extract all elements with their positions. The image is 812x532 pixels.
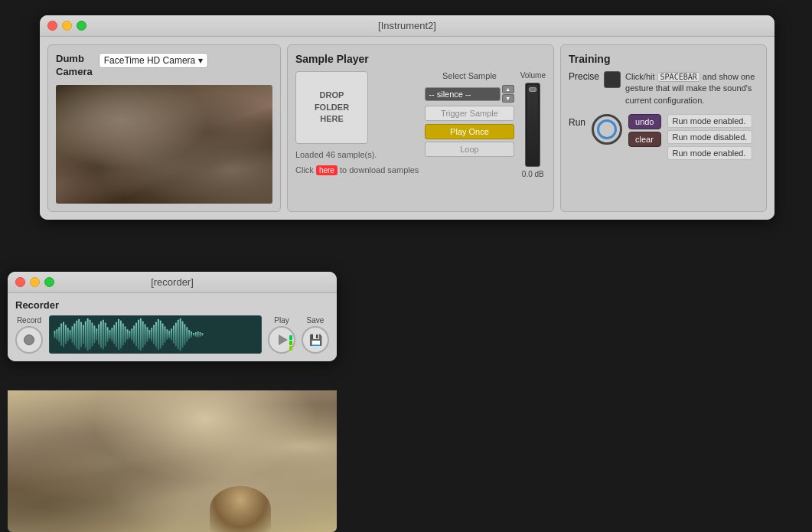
svg-rect-25 (109, 330, 111, 339)
svg-rect-21 (100, 321, 102, 348)
main-window: [Instrument2] DumbCamera FaceTime HD Cam… (40, 15, 774, 220)
svg-rect-22 (103, 320, 104, 349)
svg-rect-20 (98, 325, 99, 345)
svg-rect-24 (107, 327, 109, 341)
svg-rect-40 (142, 321, 144, 348)
sample-select[interactable]: -- silence -- (425, 87, 500, 101)
save-button[interactable]: 💾 (302, 326, 329, 354)
record-dot (24, 335, 34, 345)
svg-rect-61 (188, 330, 190, 339)
undo-button[interactable]: undo (628, 114, 660, 129)
svg-rect-1 (56, 329, 57, 339)
recorder-window-title: [recorder] (151, 276, 194, 288)
window-controls (47, 21, 86, 31)
play-once-button[interactable]: Play Once (425, 124, 514, 139)
run-label: Run (569, 117, 585, 128)
download-text: Click here to download samples (295, 165, 419, 175)
sample-value: -- silence -- (429, 90, 471, 99)
sample-arrow-up[interactable]: ▲ (502, 85, 514, 93)
svg-rect-14 (85, 321, 86, 348)
run-toggle-inner (597, 119, 617, 139)
svg-rect-46 (155, 322, 157, 348)
camera-label: DumbCamera (56, 53, 93, 79)
trigger-sample-button[interactable]: Trigger Sample (425, 106, 514, 121)
svg-rect-66 (200, 332, 201, 337)
drop-folder[interactable]: DROPFOLDERHERE (295, 71, 368, 144)
recorder-window: [recorder] Recorder Record (8, 272, 337, 361)
camera-dropdown-label: FaceTime HD Camera ▾ (104, 55, 203, 66)
svg-rect-58 (182, 321, 184, 348)
volume-slider[interactable] (525, 83, 540, 167)
svg-rect-39 (140, 318, 142, 351)
volume-label: Volume (520, 71, 546, 80)
svg-rect-12 (80, 322, 82, 348)
sample-arrows: ▲ ▼ (502, 85, 514, 103)
close-button[interactable] (47, 21, 57, 31)
svg-rect-9 (73, 324, 75, 346)
svg-rect-37 (135, 323, 137, 347)
volume-section: Volume 0.0 dB (520, 71, 546, 178)
svg-rect-41 (145, 325, 146, 345)
sample-panel: Sample Player DROPFOLDERHERE Loaded 46 s… (287, 44, 554, 212)
svg-rect-13 (83, 325, 84, 344)
svg-rect-63 (193, 333, 194, 336)
run-status-1: Run mode enabled. (667, 114, 753, 128)
svg-rect-33 (127, 329, 129, 339)
record-label: Record (17, 316, 41, 325)
svg-rect-51 (166, 329, 168, 339)
sample-select-row: -- silence -- ▲ ▼ (425, 85, 514, 103)
loop-button[interactable]: Loop (425, 142, 514, 157)
svg-rect-62 (191, 331, 192, 338)
svg-rect-50 (165, 326, 166, 342)
play-label: Play (274, 316, 289, 325)
svg-rect-28 (116, 322, 117, 348)
main-window-title: [Instrument2] (378, 20, 436, 31)
svg-rect-15 (87, 318, 89, 351)
precise-indicator[interactable] (604, 71, 621, 88)
precise-row: Precise Click/hit SPACEBAR and show one … (569, 71, 758, 106)
download-prefix: Click (295, 165, 314, 175)
minimize-button[interactable] (62, 21, 72, 31)
svg-rect-19 (96, 328, 97, 340)
run-status-col: Run mode enabled. Run mode disabled. Run… (667, 114, 753, 160)
svg-rect-38 (138, 320, 139, 349)
sample-info: Loaded 46 sample(s). (295, 150, 377, 159)
recorder-controls: Record (15, 315, 329, 354)
svg-rect-17 (91, 323, 93, 347)
svg-rect-11 (78, 319, 80, 350)
maximize-button[interactable] (77, 21, 86, 31)
recorder-close-button[interactable] (15, 277, 25, 287)
svg-rect-34 (129, 331, 130, 338)
here-link[interactable]: here (316, 165, 338, 175)
svg-rect-44 (151, 328, 152, 341)
svg-rect-26 (111, 328, 113, 341)
svg-rect-45 (153, 325, 155, 344)
recorder-maximize-button[interactable] (44, 277, 54, 287)
play-button[interactable] (268, 326, 295, 354)
record-button[interactable] (15, 326, 43, 354)
svg-rect-3 (60, 324, 62, 346)
camera-photo (56, 85, 272, 204)
run-toggle[interactable] (592, 114, 622, 145)
svg-rect-6 (67, 328, 69, 341)
svg-rect-23 (105, 323, 106, 347)
svg-rect-59 (184, 325, 185, 345)
recorder-label: Recorder (15, 299, 329, 311)
download-suffix: to download samples (340, 165, 419, 175)
recorder-titlebar: [recorder] (8, 272, 337, 293)
clear-button[interactable]: clear (628, 132, 660, 147)
run-buttons-col: undo clear (628, 114, 660, 147)
svg-rect-27 (113, 325, 115, 344)
svg-rect-7 (70, 330, 71, 339)
camera-panel: DumbCamera FaceTime HD Camera ▾ (47, 44, 281, 212)
camera-dropdown[interactable]: FaceTime HD Camera ▾ (99, 53, 208, 68)
svg-rect-16 (90, 320, 91, 349)
main-content: DumbCamera FaceTime HD Camera ▾ Sample P… (40, 37, 774, 220)
run-section: Run undo clear Run mode enabled. Run mod… (569, 114, 758, 160)
sample-arrow-down[interactable]: ▼ (502, 94, 514, 103)
waveform-svg (50, 316, 261, 353)
recorder-minimize-button[interactable] (30, 277, 40, 287)
run-status-2: Run mode disabled. (667, 130, 753, 144)
svg-rect-29 (118, 319, 119, 350)
svg-rect-43 (148, 330, 150, 339)
